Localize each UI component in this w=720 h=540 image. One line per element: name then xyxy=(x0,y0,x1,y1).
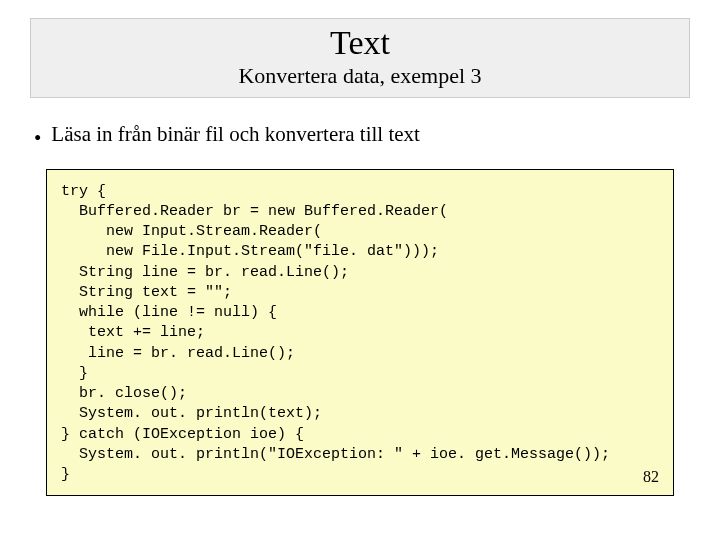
slide-subtitle: Konvertera data, exempel 3 xyxy=(31,63,689,89)
bullet-item: • Läsa in från binär fil och konvertera … xyxy=(34,122,690,151)
bullet-text: Läsa in från binär fil och konvertera ti… xyxy=(51,122,420,147)
code-block: try { Buffered.Reader br = new Buffered.… xyxy=(46,169,674,497)
header-band: Text Konvertera data, exempel 3 xyxy=(30,18,690,98)
slide-title: Text xyxy=(31,25,689,61)
bullet-marker: • xyxy=(34,126,41,151)
slide-number: 82 xyxy=(643,466,659,488)
code-content: try { Buffered.Reader br = new Buffered.… xyxy=(61,183,610,484)
